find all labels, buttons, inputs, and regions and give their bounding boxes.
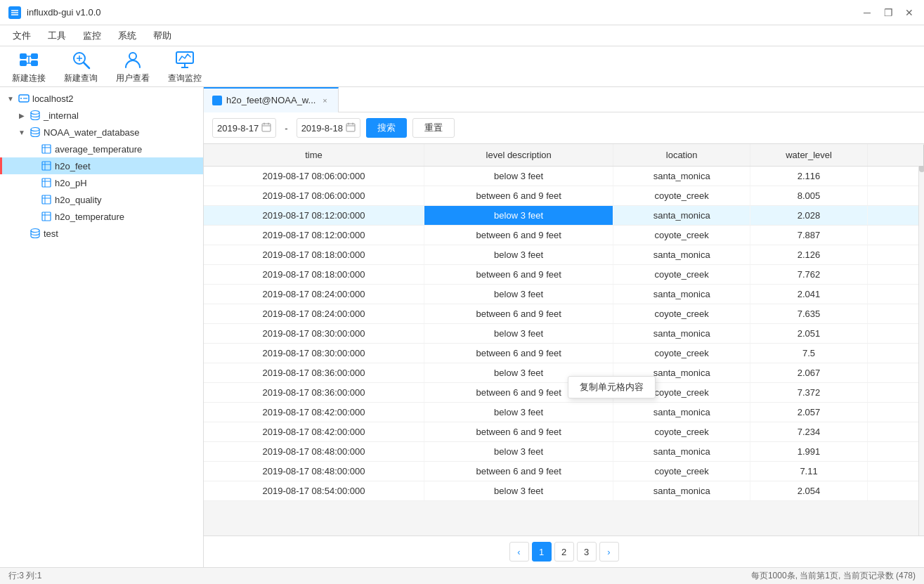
tab-h2o-feet[interactable]: h2o_feet@NOAA_w... × [204,87,339,112]
table-cell[interactable]: 7.234 [750,422,868,442]
table-cell[interactable]: santa_monica [613,442,750,462]
table-cell[interactable]: santa_monica [613,481,750,501]
tab-close-button[interactable]: × [320,96,330,105]
table-cell[interactable]: 2019-08-17 08:12:00:000 [204,226,424,245]
table-cell[interactable]: below 3 feet [424,481,613,501]
sidebar-item-h2o-temperature[interactable]: ▶ h2o_temperature [0,208,203,225]
table-cell[interactable]: 7.762 [750,265,868,285]
sidebar-item-internal[interactable]: ▶ _internal [0,107,203,124]
search-button[interactable]: 搜索 [366,118,407,138]
table-cell[interactable]: santa_monica [613,324,750,344]
table-cell[interactable]: santa_monica [613,245,750,265]
sidebar-item-h2o-quality[interactable]: ▶ h2o_quality [0,191,203,208]
new-connection-button[interactable]: 新建连接 [11,48,46,84]
sidebar-item-localhost2[interactable]: ▼ localhost2 [0,90,203,107]
table-cell[interactable]: 2019-08-17 08:24:00:000 [204,304,424,324]
sidebar-item-test[interactable]: ▶ test [0,225,203,242]
table-cell[interactable]: below 3 feet [424,324,613,344]
minimize-button[interactable]: ─ [861,6,873,19]
table-cell[interactable]: 2019-08-17 08:06:00:000 [204,167,424,186]
table-cell[interactable]: santa_monica [613,403,750,422]
table-cell[interactable]: 2019-08-17 08:42:00:000 [204,422,424,442]
pagination-next[interactable]: › [599,542,619,562]
table-cell[interactable]: 2.028 [750,206,868,226]
table-cell[interactable]: between 6 and 9 feet [424,344,613,363]
table-cell[interactable]: below 3 feet [424,206,613,226]
date-from-input[interactable]: 2019-8-17 [212,118,276,138]
table-cell[interactable]: 2019-08-17 08:30:00:000 [204,324,424,344]
table-cell[interactable]: 2019-08-17 08:54:00:000 [204,481,424,501]
table-cell[interactable]: 2.057 [750,403,868,422]
table-cell[interactable]: 2.051 [750,324,868,344]
table-cell[interactable]: between 6 and 9 feet [424,304,613,324]
table-cell[interactable]: coyote_creek [613,226,750,245]
table-cell[interactable]: 7.887 [750,226,868,245]
close-button[interactable]: ✕ [903,6,916,19]
copy-cell-menu-item[interactable]: 复制单元格内容 [568,377,655,398]
table-cell[interactable]: 8.005 [750,186,868,206]
new-query-button[interactable]: 新建查询 [63,48,98,84]
table-cell[interactable]: 2019-08-17 08:48:00:000 [204,462,424,481]
table-cell[interactable]: 2.054 [750,481,868,501]
pagination-page-2[interactable]: 2 [554,542,574,562]
reset-button[interactable]: 重置 [412,118,455,138]
table-cell[interactable]: 7.372 [750,383,868,403]
pagination-page-1[interactable]: 1 [532,542,552,562]
table-cell[interactable]: 2019-08-17 08:18:00:000 [204,245,424,265]
table-cell[interactable]: 2.067 [750,363,868,383]
table-cell[interactable]: between 6 and 9 feet [424,226,613,245]
pagination-prev[interactable]: ‹ [509,542,529,562]
menu-system[interactable]: 系统 [111,27,143,45]
table-cell[interactable]: coyote_creek [613,186,750,206]
table-cell[interactable]: 7.11 [750,462,868,481]
table-row: 2019-08-17 08:42:00:000below 3 feetsanta… [204,403,924,422]
user-view-button[interactable]: 用户查看 [115,48,150,84]
table-cell[interactable]: below 3 feet [424,403,613,422]
sidebar-item-h2o-ph[interactable]: ▶ h2o_pH [0,174,203,191]
sidebar-item-avg-temp[interactable]: ▶ average_temperature [0,141,203,157]
table-cell[interactable]: 2019-08-17 08:30:00:000 [204,344,424,363]
table-cell[interactable]: santa_monica [613,285,750,304]
table-cell[interactable]: 2019-08-17 08:12:00:000 [204,206,424,226]
table-cell[interactable]: below 3 feet [424,167,613,186]
menu-file[interactable]: 文件 [6,27,38,45]
table-cell[interactable]: coyote_creek [613,265,750,285]
table-cell[interactable]: between 6 and 9 feet [424,186,613,206]
table-cell[interactable]: below 3 feet [424,285,613,304]
table-cell[interactable]: 1.991 [750,442,868,462]
pagination-page-3[interactable]: 3 [577,542,597,562]
table-cell[interactable]: 2019-08-17 08:06:00:000 [204,186,424,206]
menu-tools[interactable]: 工具 [41,27,73,45]
table-cell[interactable]: 2019-08-17 08:36:00:000 [204,383,424,403]
menu-help[interactable]: 帮助 [146,27,178,45]
table-cell[interactable]: below 3 feet [424,442,613,462]
table-cell[interactable]: below 3 feet [424,245,613,265]
table-cell[interactable]: 2019-08-17 08:42:00:000 [204,403,424,422]
table-cell[interactable]: santa_monica [613,167,750,186]
sidebar-item-h2o-feet[interactable]: ▶ h2o_feet [0,157,203,174]
table-cell[interactable]: coyote_creek [613,304,750,324]
menu-monitor[interactable]: 监控 [76,27,108,45]
table-cell[interactable]: 7.635 [750,304,868,324]
date-to-input[interactable]: 2019-8-18 [297,118,360,138]
table-cell[interactable]: coyote_creek [613,422,750,442]
restore-button[interactable]: ❐ [882,6,894,19]
query-monitor-button[interactable]: 查询监控 [167,48,202,84]
scrollbar-track[interactable] [918,144,924,536]
table-cell[interactable]: between 6 and 9 feet [424,422,613,442]
table-cell[interactable]: 2.126 [750,245,868,265]
table-cell[interactable]: 2019-08-17 08:24:00:000 [204,285,424,304]
table-cell[interactable]: coyote_creek [613,344,750,363]
table-cell[interactable]: between 6 and 9 feet [424,462,613,481]
table-cell[interactable]: santa_monica [613,206,750,226]
table-cell[interactable]: 2019-08-17 08:36:00:000 [204,363,424,383]
table-cell[interactable]: 7.5 [750,344,868,363]
table-cell[interactable]: 2019-08-17 08:48:00:000 [204,442,424,462]
table-cell[interactable]: 2019-08-17 08:18:00:000 [204,265,424,285]
sidebar-item-noaa[interactable]: ▼ NOAA_water_database [0,124,203,141]
table-cell[interactable]: 2.116 [750,167,868,186]
table-cell[interactable]: coyote_creek [613,462,750,481]
table-cell[interactable]: 2.041 [750,285,868,304]
table-row: 2019-08-17 08:36:00:000below 3 feetsanta… [204,363,924,383]
table-cell[interactable]: between 6 and 9 feet [424,265,613,285]
